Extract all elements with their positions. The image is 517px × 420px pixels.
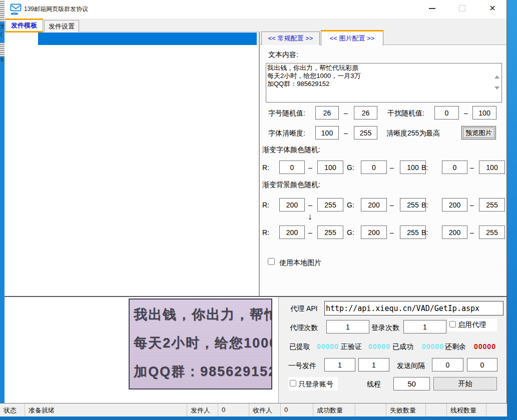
- bg-color-title: 渐变背景颜色随机:: [262, 180, 320, 188]
- svg-text:5G: 5G: [13, 13, 17, 16]
- range-dash: –: [308, 228, 312, 236]
- font-color-b-min[interactable]: [442, 160, 467, 174]
- maximize-icon: [459, 5, 465, 12]
- bg2-b-max[interactable]: [479, 226, 505, 239]
- tab-label: 发件模板: [11, 21, 37, 30]
- bg2-g-min[interactable]: [361, 226, 387, 239]
- status-value: [426, 404, 447, 416]
- bg1-r-max[interactable]: [317, 198, 343, 212]
- font-color-r-max[interactable]: [317, 160, 343, 174]
- succeeded-label: 已成功: [392, 342, 413, 350]
- g-label: G:: [347, 164, 354, 172]
- bg2-r-max[interactable]: [317, 226, 343, 239]
- font-color-title: 渐变字体颜色随机:: [262, 146, 320, 154]
- range-dash: –: [470, 164, 474, 172]
- b-label: B:: [421, 228, 428, 236]
- interval-input-2[interactable]: [467, 358, 497, 372]
- enable-proxy-checkbox[interactable]: [449, 321, 456, 328]
- clarity-label: 字体清晰度:: [268, 129, 305, 137]
- bg2-b-min[interactable]: [442, 226, 467, 239]
- proxy-count-input[interactable]: [326, 320, 369, 334]
- close-icon: ✕: [489, 4, 495, 13]
- status-value: [355, 404, 386, 416]
- login-count-label: 登录次数: [371, 324, 399, 332]
- clarity-min-input[interactable]: [315, 126, 339, 140]
- app-icon: 5G: [10, 4, 22, 16]
- login-count-input[interactable]: [403, 320, 446, 334]
- arrow-down-icon: ↓: [308, 212, 312, 222]
- tab-send-template[interactable]: 发件模板: [5, 18, 43, 32]
- g-label: G:: [347, 228, 354, 236]
- status-value: 0: [281, 404, 313, 416]
- bg2-r-min[interactable]: [279, 226, 305, 239]
- status-cell: 线程数量: [447, 404, 486, 416]
- proxy-api-input[interactable]: [324, 301, 503, 316]
- range-dash: –: [344, 109, 348, 117]
- bg1-b-max[interactable]: [479, 198, 505, 212]
- enable-proxy-label: 启用代理: [458, 320, 486, 328]
- login-only-label: 只登录账号: [298, 380, 333, 388]
- preview-text-line: 每天2小时，给您1000，一月3万: [134, 329, 267, 358]
- font-size-max-input[interactable]: [354, 106, 377, 120]
- g-label: G:: [347, 201, 354, 209]
- font-size-label: 字号随机值:: [268, 109, 305, 117]
- range-dash: –: [464, 109, 468, 117]
- scroll-up-icon[interactable]: [494, 67, 499, 76]
- extracted-label: 已提取: [289, 342, 310, 350]
- range-dash: –: [470, 228, 474, 236]
- verifying-label: 正验证: [341, 342, 362, 350]
- font-color-b-max[interactable]: [479, 160, 505, 174]
- range-dash: –: [344, 129, 348, 137]
- status-value: [486, 404, 507, 416]
- tab-image-config[interactable]: << 图片配置 >>: [321, 30, 383, 46]
- tab-label: 发件设置: [49, 22, 75, 31]
- bg1-g-min[interactable]: [361, 198, 387, 212]
- r-label: R:: [262, 201, 269, 209]
- clarity-max-input[interactable]: [354, 126, 377, 140]
- minimize-button[interactable]: [421, 0, 443, 16]
- thread-count-input[interactable]: [393, 377, 430, 390]
- status-cell: 失败数量: [386, 404, 426, 416]
- proxy-count-label: 代理次数: [290, 324, 318, 332]
- status-value: 0: [218, 404, 249, 416]
- preview-text-line: 我出钱，你出力，帮忙代玩彩票: [134, 300, 267, 329]
- bg1-b-min[interactable]: [442, 198, 467, 212]
- start-button[interactable]: 开始: [433, 377, 497, 390]
- use-local-image-label: 使用本地图片: [279, 258, 321, 266]
- font-color-r-min[interactable]: [279, 160, 305, 174]
- bg1-r-min[interactable]: [279, 198, 305, 212]
- thread-label: 线程: [367, 380, 381, 388]
- text-content-textarea[interactable]: 我出钱，你出力，帮忙代玩彩票 每天2小时，给您1000，一月3万 加QQ群：98…: [266, 64, 494, 102]
- background-glyph: (: [1, 31, 3, 37]
- range-dash: –: [308, 201, 312, 209]
- verifying-value: 00000: [368, 342, 390, 350]
- b-label: B:: [421, 201, 428, 209]
- per-send-label: 一号发件: [288, 362, 316, 370]
- noise-max-input[interactable]: [472, 106, 496, 120]
- close-button[interactable]: ✕: [481, 0, 503, 16]
- selected-row-highlight[interactable]: [38, 32, 257, 45]
- per-send-input-2[interactable]: [358, 358, 389, 372]
- scroll-down-icon[interactable]: [494, 90, 499, 98]
- per-send-input-1[interactable]: [324, 358, 355, 372]
- text-content-box: 我出钱，你出力，帮忙代玩彩票 每天2小时，给您1000，一月3万 加QQ群：98…: [266, 63, 502, 102]
- desktop: 文 ( 9 5G 139邮箱网页版群发协议 ✕ 发件设置: [0, 0, 517, 420]
- proxy-api-label: 代理 API: [290, 304, 317, 312]
- font-size-min-input[interactable]: [315, 106, 339, 120]
- preview-image-button[interactable]: 预览图片: [461, 126, 496, 140]
- tab-send-settings[interactable]: 发件设置: [44, 20, 79, 32]
- noise-min-input[interactable]: [434, 106, 459, 120]
- clarity-note: 清晰度255为最高: [386, 129, 440, 137]
- range-dash: –: [308, 164, 312, 172]
- use-local-image-checkbox[interactable]: [268, 258, 275, 265]
- tab-general-config[interactable]: << 常规配置 >>: [261, 32, 320, 45]
- range-dash: –: [390, 164, 394, 172]
- interval-input-1[interactable]: [432, 358, 463, 372]
- font-color-g-min[interactable]: [361, 160, 387, 174]
- status-message: 准备就绪: [25, 404, 187, 416]
- b-label: B:: [421, 164, 428, 172]
- range-dash: –: [390, 201, 394, 209]
- extracted-value: 00000: [317, 342, 339, 350]
- maximize-button[interactable]: [451, 0, 473, 16]
- login-only-checkbox[interactable]: [290, 380, 296, 386]
